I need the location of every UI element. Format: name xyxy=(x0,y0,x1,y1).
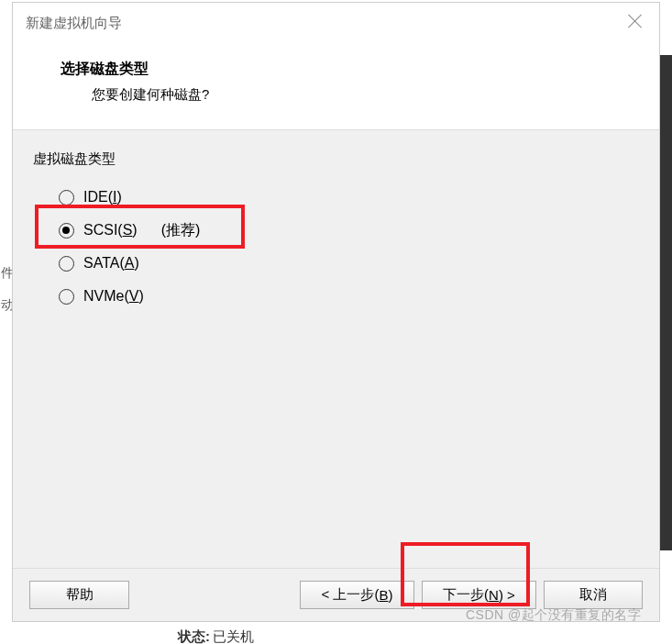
content-area: 虚拟磁盘类型 IDE(I) SCSI(S) (推荐) SATA(A) NVMe(… xyxy=(13,129,659,568)
radio-suffix-recommended: (推荐) xyxy=(161,221,201,240)
radio-ide[interactable]: IDE(I) xyxy=(59,181,643,214)
watermark: CSDN @起个没有重复的名字 xyxy=(466,607,641,624)
page-title: 选择磁盘类型 xyxy=(61,60,626,79)
cancel-button[interactable]: 取消 xyxy=(544,581,643,609)
radio-label-ide: IDE(I) xyxy=(83,189,122,205)
next-button[interactable]: 下一步(N) > xyxy=(422,581,536,609)
radio-icon xyxy=(59,256,74,272)
page-subtitle: 您要创建何种磁盘? xyxy=(92,86,626,104)
titlebar: 新建虚拟机向导 xyxy=(13,3,659,43)
close-icon[interactable] xyxy=(624,10,646,32)
radio-icon xyxy=(59,223,74,239)
radio-icon xyxy=(59,289,74,305)
radio-scsi[interactable]: SCSI(S) (推荐) xyxy=(59,214,643,247)
radio-label-sata: SATA(A) xyxy=(83,255,139,272)
group-label: 虚拟磁盘类型 xyxy=(33,150,643,168)
background-left-strip: 件 动 xyxy=(0,0,12,644)
radio-label-nvme: NVMe(V) xyxy=(83,288,144,305)
radio-nvme[interactable]: NVMe(V) xyxy=(59,280,643,313)
radio-icon xyxy=(59,190,74,205)
help-button[interactable]: 帮助 xyxy=(29,581,129,609)
window-title: 新建虚拟机向导 xyxy=(26,15,122,32)
header-area: 选择磁盘类型 您要创建何种磁盘? xyxy=(13,43,659,129)
back-button[interactable]: < 上一步(B) xyxy=(300,581,414,609)
radio-label-scsi: SCSI(S) xyxy=(83,222,138,239)
radio-sata[interactable]: SATA(A) xyxy=(59,247,643,280)
background-right-shadow xyxy=(660,55,672,550)
wizard-dialog: 新建虚拟机向导 选择磁盘类型 您要创建何种磁盘? 虚拟磁盘类型 IDE(I) S… xyxy=(12,2,660,622)
background-status-fragment: 状态:已关机 xyxy=(178,628,254,644)
